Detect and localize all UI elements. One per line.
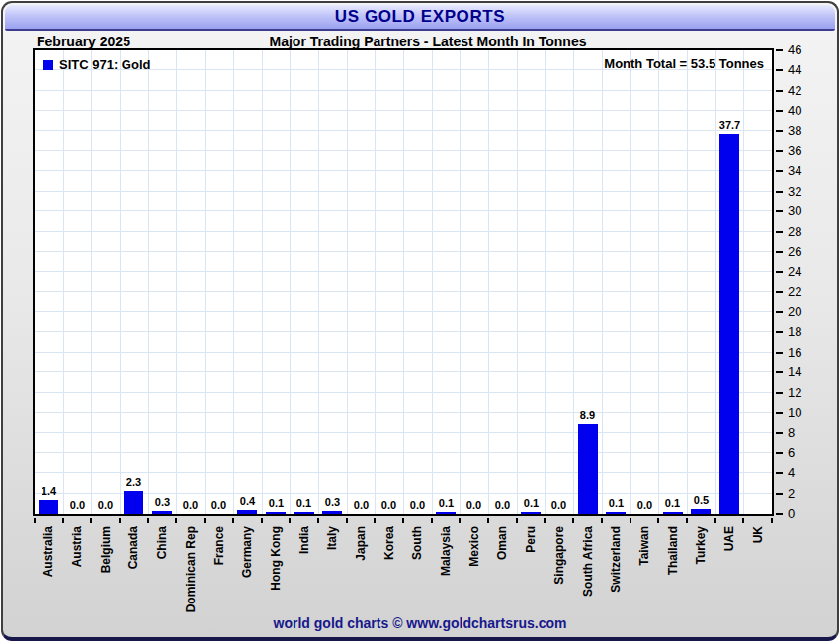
y-tick-label: 6: [788, 446, 795, 460]
v-gridline: [347, 50, 348, 514]
y-tick: [776, 352, 783, 354]
v-gridline: [488, 50, 489, 514]
x-tick: [34, 518, 36, 523]
v-gridline: [91, 50, 92, 514]
x-tick: [346, 518, 348, 523]
bar: [436, 512, 456, 514]
y-tick: [776, 472, 783, 474]
bar: [578, 424, 598, 514]
chart-title: US GOLD EXPORTS: [335, 7, 505, 27]
x-tick-label: Canada: [127, 526, 140, 569]
v-gridline: [460, 50, 461, 514]
v-gridline: [403, 50, 404, 514]
legend-label: SITC 971: Gold: [59, 57, 150, 72]
bar: [691, 509, 711, 514]
y-tick: [776, 493, 783, 495]
y-tick-label: 26: [788, 245, 801, 259]
x-tick: [630, 518, 631, 523]
x-tick: [572, 518, 574, 523]
x-tick-label: Belgium: [100, 526, 113, 573]
v-gridline: [148, 50, 149, 514]
y-tick-label: 30: [788, 204, 801, 218]
x-tick: [516, 518, 518, 523]
y-tick: [776, 231, 783, 233]
y-tick-label: 14: [788, 365, 801, 379]
y-axis-title: Tonnes of Gold: [835, 236, 839, 344]
chart-subtitle: Major Trading Partners - Latest Month In…: [131, 34, 724, 49]
x-tick: [119, 518, 121, 523]
v-gridline: [233, 50, 234, 514]
x-tick: [686, 518, 688, 523]
y-tick-label: 32: [788, 185, 801, 199]
x-tick: [742, 518, 744, 523]
x-tick: [261, 518, 263, 523]
x-tick-label: India: [298, 526, 311, 554]
y-tick: [776, 69, 783, 71]
y-tick-label: 0: [788, 507, 795, 521]
y-tick-label: 8: [788, 426, 795, 440]
bar-value-label: 0.0: [87, 499, 124, 511]
y-tick-label: 2: [788, 487, 795, 501]
x-tick: [374, 518, 376, 523]
bar: [294, 512, 314, 514]
x-tick: [204, 518, 206, 523]
v-gridline: [517, 50, 518, 514]
title-bar: US GOLD EXPORTS: [5, 5, 835, 31]
x-tick: [232, 518, 234, 523]
x-tick-label: Dominican Rep: [185, 526, 198, 612]
y-tick: [776, 331, 783, 333]
x-tick-label: Peru: [525, 526, 538, 553]
y-tick-label: 4: [788, 466, 795, 480]
x-tick: [771, 518, 773, 523]
x-tick-label: France: [213, 526, 226, 565]
x-tick: [544, 518, 546, 523]
x-tick: [487, 518, 489, 523]
x-tick-label: Austria: [71, 526, 84, 567]
bar: [521, 512, 541, 514]
plot-area: 1.40.00.02.30.30.00.00.40.10.10.30.00.00…: [33, 48, 774, 516]
y-tick-label: 10: [788, 406, 801, 420]
v-gridline: [687, 50, 688, 514]
x-tick-label: UK: [752, 526, 765, 543]
y-tick: [776, 210, 783, 212]
plot-grid-and-bars: 1.40.00.02.30.30.00.00.40.10.10.30.00.00…: [35, 50, 772, 514]
x-tick: [62, 518, 64, 523]
bar: [152, 511, 172, 514]
y-tick-label: 28: [788, 225, 801, 239]
v-gridline: [630, 50, 631, 514]
v-gridline: [658, 50, 659, 514]
v-gridline: [290, 50, 291, 514]
x-tick: [402, 518, 404, 523]
x-tick-label: Hong Kong: [270, 526, 283, 591]
y-tick: [776, 291, 783, 293]
y-tick-label: 36: [788, 144, 801, 158]
bar-value-label: 8.9: [569, 409, 606, 421]
y-tick-label: 20: [788, 305, 801, 319]
y-tick: [776, 412, 783, 414]
y-tick-label: 16: [788, 346, 801, 360]
v-gridline: [120, 50, 121, 514]
v-gridline: [63, 50, 64, 514]
bar: [322, 511, 342, 514]
x-axis: AustraliaAustriaBelgiumCanadaChinaDomini…: [33, 518, 774, 626]
bar: [719, 134, 739, 514]
x-tick-label: South Africa: [582, 526, 595, 597]
y-tick: [776, 49, 783, 51]
x-tick: [459, 518, 461, 523]
bar-value-label: 2.3: [116, 476, 152, 488]
y-tick: [776, 170, 783, 172]
v-gridline: [318, 50, 319, 514]
x-tick-label: Italy: [326, 526, 339, 550]
bar-value-label: 1.4: [35, 485, 67, 497]
y-axis: 0246810121416182022242628303234363840424…: [776, 48, 839, 516]
x-tick: [601, 518, 603, 523]
x-tick: [175, 518, 177, 523]
v-gridline: [205, 50, 206, 514]
x-tick: [714, 518, 716, 523]
y-tick-label: 46: [788, 43, 801, 57]
screenshot: US GOLD EXPORTS February 2025 Major Trad…: [0, 0, 840, 642]
y-tick: [776, 513, 783, 515]
x-tick-label: South: [411, 526, 424, 560]
footer-credit: world gold charts © www.goldchartsrus.co…: [3, 615, 837, 631]
y-tick: [776, 110, 783, 112]
